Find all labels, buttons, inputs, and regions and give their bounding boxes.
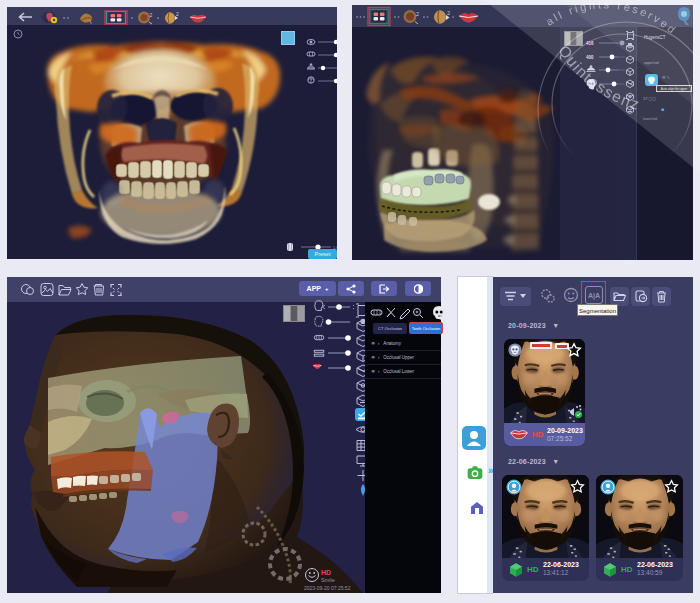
svg-text:HD: HD bbox=[321, 569, 331, 576]
svg-text:416: 416 bbox=[586, 41, 594, 46]
svg-text:400: 400 bbox=[586, 55, 594, 60]
svg-text:Smile: Smile bbox=[321, 577, 335, 583]
svg-text:2: 2 bbox=[150, 12, 153, 18]
svg-text:2023-09-20 07:25:52: 2023-09-20 07:25:52 bbox=[304, 585, 351, 591]
svg-text:2: 2 bbox=[447, 10, 450, 16]
svg-text:2: 2 bbox=[176, 11, 179, 17]
svg-text:2: 2 bbox=[416, 11, 419, 17]
